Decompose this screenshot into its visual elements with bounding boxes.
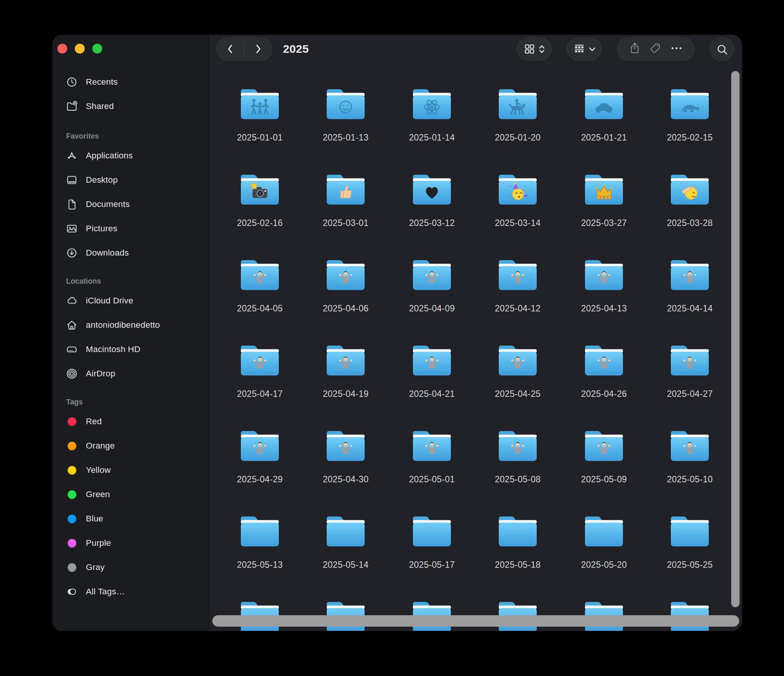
sidebar-section-favorites: Favorites [52, 128, 209, 144]
folder-label: 2025-05-13 [237, 561, 283, 569]
folder-icon [582, 427, 626, 464]
folder-item[interactable]: 2025-04-29 [224, 427, 296, 484]
sidebar-tag-gray[interactable]: Gray [52, 555, 209, 580]
folder-icon [237, 171, 282, 207]
folder-icon [323, 171, 368, 207]
folder-item[interactable]: 2025-03-27 [568, 171, 640, 227]
folder-icon [495, 171, 540, 207]
sidebar-item-recents[interactable]: Recents [52, 70, 209, 94]
tag-label: Green [86, 490, 110, 499]
airdrop-icon [65, 367, 78, 380]
content-area: 2025 2025-01-01 [209, 35, 742, 631]
folder-item[interactable]: 2025-01-20 [482, 85, 554, 142]
sidebar-section-locations: Locations [52, 273, 209, 289]
finder-window: Recents Shared Favorites Applications De… [52, 35, 742, 631]
tag-color-dot [65, 561, 78, 574]
folder-label: 2025-05-25 [667, 561, 713, 569]
tag-label: Purple [86, 538, 111, 548]
folder-item[interactable]: 2025-03-28 [654, 171, 726, 227]
folder-item[interactable]: 2025-05-20 [568, 513, 640, 569]
folder-item[interactable]: 2025-05-08 [482, 427, 554, 484]
folder-item[interactable]: 2025-04-30 [310, 427, 382, 484]
folder-item[interactable]: 2025-05-14 [310, 513, 382, 569]
folder-label: 2025-05-08 [495, 475, 541, 484]
tag-color-dot [65, 415, 78, 428]
folder-item[interactable]: 2025-02-16 [224, 171, 296, 227]
sidebar-item-label: Shared [86, 101, 114, 111]
desktop-icon [65, 174, 78, 186]
folder-item[interactable]: 2025-01-01 [224, 85, 296, 142]
sidebar-item-airdrop[interactable]: AirDrop [52, 362, 209, 386]
zoom-button[interactable] [92, 44, 102, 54]
sidebar-tag-yellow[interactable]: Yellow [52, 458, 209, 482]
folder-item[interactable]: 2025-01-13 [310, 85, 382, 142]
folder-item[interactable]: 2025-04-09 [396, 256, 468, 313]
sidebar-item-desktop[interactable]: Desktop [52, 168, 209, 192]
folder-item[interactable]: 2025-01-21 [568, 85, 640, 142]
folder-item[interactable]: 2025-05-18 [482, 513, 554, 569]
folder-label: 2025-05-01 [409, 475, 455, 484]
sidebar-item-downloads[interactable]: Downloads [52, 241, 209, 265]
folder-item[interactable]: 2025-04-12 [482, 256, 554, 313]
sidebar-tag-purple[interactable]: Purple [52, 531, 209, 555]
folder-item[interactable]: 2025-05-09 [568, 427, 640, 484]
folder-item[interactable]: 2025-04-06 [310, 256, 382, 313]
folder-item[interactable]: 2025-05-13 [224, 513, 296, 569]
sidebar-item-home[interactable]: antoniodibenedetto [52, 313, 209, 337]
folder-icon [323, 256, 368, 293]
sidebar-item-icloud-drive[interactable]: iCloud Drive [52, 289, 209, 313]
folder-item[interactable]: 2025-03-01 [310, 171, 382, 227]
folder-item[interactable]: 2025-04-13 [568, 256, 640, 313]
folder-item[interactable]: 2025-04-25 [482, 342, 554, 398]
folder-label: 2025-04-26 [581, 390, 627, 398]
folder-item[interactable]: 2025-03-14 [482, 171, 554, 227]
folder-icon [667, 427, 712, 464]
close-button[interactable] [57, 44, 67, 54]
sidebar-tag-green[interactable]: Green [52, 482, 209, 507]
sidebar-item-documents[interactable]: Documents [52, 192, 209, 216]
folder-item[interactable]: 2025-01-14 [396, 85, 468, 142]
folder-item[interactable]: 2025-04-19 [310, 342, 382, 398]
folder-item[interactable]: 2025-04-17 [224, 342, 296, 398]
tag-label: Red [86, 417, 102, 426]
sidebar-item-label: Applications [86, 151, 133, 161]
folder-item[interactable]: 2025-04-21 [396, 342, 468, 398]
sidebar-item-pictures[interactable]: Pictures [52, 216, 209, 241]
folder-item[interactable]: 2025-04-27 [654, 342, 726, 398]
sidebar-item-label: AirDrop [86, 369, 115, 379]
folder-label: 2025-04-29 [237, 475, 283, 484]
folder-item[interactable]: 2025-05-25 [654, 513, 726, 569]
hard-drive-icon [65, 343, 78, 356]
sidebar-tag-red[interactable]: Red [52, 409, 209, 434]
minimize-button[interactable] [75, 44, 85, 54]
folder-item[interactable]: 2025-04-05 [224, 256, 296, 313]
sidebar-tag-blue[interactable]: Blue [52, 507, 209, 531]
folder-item[interactable]: 2025-02-15 [654, 85, 726, 142]
sidebar-item-shared[interactable]: Shared [52, 94, 209, 118]
folder-item[interactable]: 2025-04-14 [654, 256, 726, 313]
sidebar-tag-orange[interactable]: Orange [52, 434, 209, 458]
folder-icon [667, 342, 712, 378]
horizontal-scrollbar[interactable] [212, 615, 739, 627]
folder-icon [495, 256, 540, 293]
folder-item[interactable]: 2025-04-26 [568, 342, 640, 398]
sidebar-item-applications[interactable]: Applications [52, 144, 209, 168]
folder-item[interactable]: 2025-05-01 [396, 427, 468, 484]
tag-color-dot [65, 464, 78, 477]
vertical-scrollbar[interactable] [731, 71, 740, 607]
folder-item[interactable]: 2025-05-17 [396, 513, 468, 569]
folder-item[interactable]: 2025-05-10 [654, 427, 726, 484]
folder-icon [495, 342, 540, 378]
tag-label: Orange [86, 441, 115, 451]
folder-label: 2025-01-01 [237, 133, 283, 142]
sidebar-item-label: Desktop [86, 175, 118, 185]
folder-item[interactable]: 2025-03-12 [396, 171, 468, 227]
folder-icon [237, 85, 282, 122]
shared-folder-icon [65, 100, 78, 113]
folder-label: 2025-04-05 [237, 304, 283, 313]
folder-icon [495, 427, 540, 464]
folder-icon [323, 513, 368, 549]
folder-label: 2025-03-14 [495, 219, 541, 227]
sidebar-item-macintosh-hd[interactable]: Macintosh HD [52, 337, 209, 362]
sidebar-item-all-tags[interactable]: All Tags… [52, 580, 209, 604]
